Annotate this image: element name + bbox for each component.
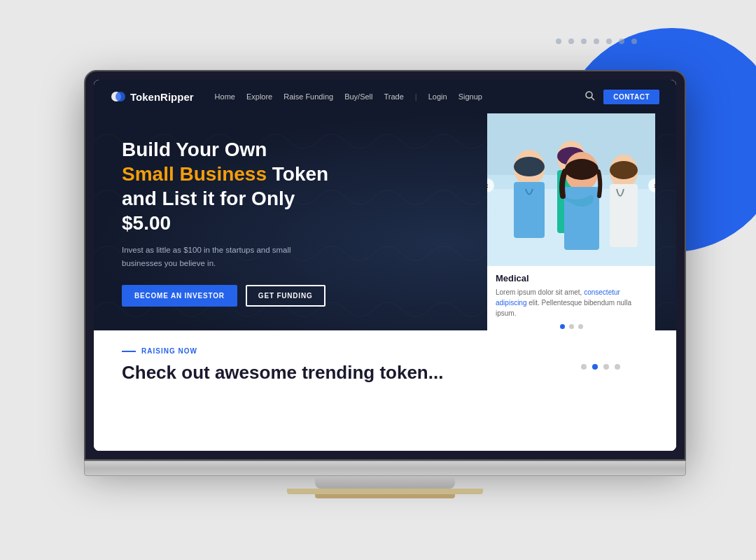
nav-login[interactable]: Login <box>428 92 447 101</box>
hero-content: Build Your Own Small Business Token and … <box>122 137 473 307</box>
section-dot-4 <box>615 364 620 370</box>
svg-point-16 <box>565 159 598 180</box>
nav-home[interactable]: Home <box>215 92 235 101</box>
hero-title-line2: Token <box>267 163 328 185</box>
nav-actions: CONTACT <box>585 90 659 104</box>
laptop-container: TokenRipper Home Explore Raise Funding B… <box>84 70 686 498</box>
svg-rect-15 <box>564 187 599 250</box>
card-body: Medical Lorem ipsum dolor sit amet, cons… <box>487 266 655 330</box>
svg-point-2 <box>586 92 592 98</box>
section-dot-1 <box>581 364 587 370</box>
hero-title-line3: and List it for Only <box>122 188 295 209</box>
raising-dash <box>122 351 136 352</box>
card-description: Lorem ipsum dolor sit amet, consectetur … <box>496 287 647 318</box>
lower-section: RAISING NOW Check out awesome trending t… <box>94 330 676 451</box>
hero-buttons: BECOME AN INVESTOR GET FUNDING <box>122 285 473 307</box>
nav-explore[interactable]: Explore <box>246 92 272 101</box>
laptop-screen: TokenRipper Home Explore Raise Funding B… <box>94 80 676 451</box>
hero-title-line1: Build Your Own <box>122 139 267 160</box>
get-funding-button[interactable]: GET FUNDING <box>246 285 326 307</box>
svg-rect-18 <box>610 184 638 247</box>
search-icon[interactable] <box>585 91 595 103</box>
navbar: TokenRipper Home Explore Raise Funding B… <box>94 80 676 113</box>
contact-button[interactable]: CONTACT <box>603 90 659 104</box>
svg-line-3 <box>592 97 594 100</box>
raising-label: RAISING NOW <box>122 347 648 355</box>
card-category: Medical <box>496 273 647 284</box>
section-dot-2 <box>592 364 598 370</box>
card-dot-3 <box>578 324 583 329</box>
logo-icon <box>111 89 126 104</box>
logo-text: TokenRipper <box>130 91 194 103</box>
raising-text: RAISING NOW <box>141 347 197 355</box>
card-image: ‹ › <box>487 113 655 266</box>
hero-subtitle: Invest as little as $100 in the startups… <box>122 244 332 270</box>
laptop-foot-2 <box>315 494 455 498</box>
svg-point-1 <box>115 92 125 102</box>
nav-links: Home Explore Raise Funding Buy/Sell Trad… <box>215 92 572 101</box>
website-content: TokenRipper Home Explore Raise Funding B… <box>94 80 676 451</box>
card-desc-plain: Lorem ipsum dolor sit amet, <box>496 288 584 296</box>
hero-title-line4: $5.00 <box>122 212 171 234</box>
section-dots <box>581 364 620 370</box>
lower-inner: RAISING NOW Check out awesome trending t… <box>122 347 648 384</box>
nav-signup[interactable]: Signup <box>458 92 482 101</box>
card-dot-1 <box>560 324 565 329</box>
hero-section: Build Your Own Small Business Token and … <box>94 113 676 330</box>
laptop-foot <box>287 489 483 494</box>
decorative-dots <box>556 38 637 44</box>
laptop-screen-frame: TokenRipper Home Explore Raise Funding B… <box>84 70 686 461</box>
logo: TokenRipper <box>111 89 194 104</box>
laptop-base <box>84 461 686 476</box>
nav-buysell[interactable]: Buy/Sell <box>344 92 372 101</box>
hero-title: Build Your Own Small Business Token and … <box>122 137 473 235</box>
laptop-stand <box>315 476 455 489</box>
nav-raise[interactable]: Raise Funding <box>284 92 333 101</box>
svg-point-9 <box>514 157 545 176</box>
svg-point-19 <box>610 161 638 179</box>
nav-divider: | <box>415 92 417 101</box>
hero-title-highlight: Small Business <box>122 163 267 185</box>
nav-trade[interactable]: Trade <box>384 92 404 101</box>
section-dot-3 <box>603 364 609 370</box>
card-dot-2 <box>569 324 574 329</box>
become-investor-button[interactable]: BECOME AN INVESTOR <box>122 285 237 307</box>
hero-card: ‹ › Medical Lorem ipsum dolor sit amet, … <box>487 113 655 330</box>
card-dots <box>496 318 647 330</box>
svg-rect-8 <box>514 182 545 238</box>
trending-title: Check out awesome trending token... <box>122 362 648 384</box>
